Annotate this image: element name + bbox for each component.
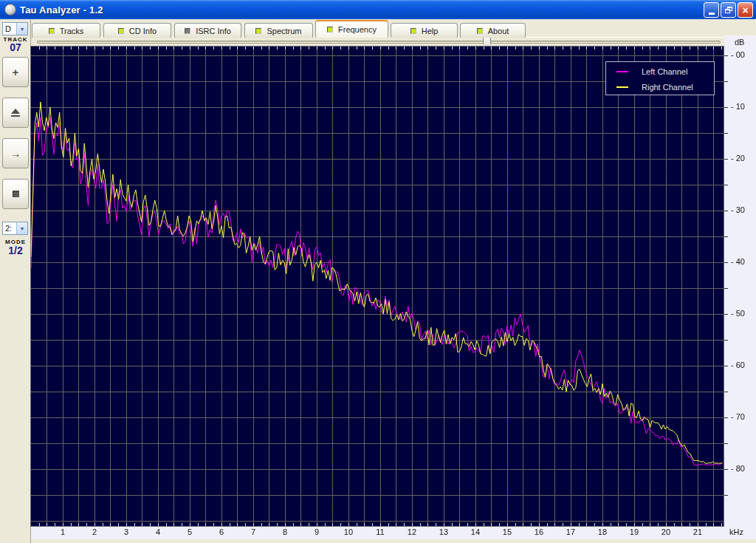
tab-cd-info[interactable]: CD Info [103, 23, 171, 38]
title-bar[interactable]: Tau Analyzer - 1.2 × [0, 0, 756, 19]
mode-select[interactable]: 2: ▼ [2, 222, 28, 235]
tab-about[interactable]: About [460, 23, 526, 38]
tab-help[interactable]: Help [391, 23, 458, 38]
frequency-chart: Left Channel Right Channel [31, 47, 724, 526]
plus-icon: + [13, 66, 19, 78]
chevron-down-icon[interactable]: ▼ [16, 222, 27, 234]
restore-icon [725, 7, 732, 13]
chevron-down-icon[interactable]: ▼ [16, 23, 27, 35]
right-channel-swatch [616, 86, 628, 88]
panel-icon [410, 28, 416, 34]
tab-tracks[interactable]: Tracks [32, 23, 100, 38]
legend-item-left: Left Channel [616, 66, 714, 78]
left-channel-swatch [616, 71, 628, 72]
panel-icon [49, 28, 55, 34]
app-icon [4, 4, 16, 16]
mode-value: 1/2 [0, 245, 31, 256]
drive-select[interactable]: D ▼ [2, 22, 28, 35]
minimize-icon [709, 13, 715, 15]
close-button[interactable]: × [738, 2, 753, 18]
plus-button[interactable]: + [2, 57, 29, 87]
y-axis-strip [724, 35, 756, 539]
window-title: Tau Analyzer - 1.2 [20, 4, 103, 16]
tab-spectrum[interactable]: Spectrum [244, 23, 313, 38]
spectrum-canvas [31, 47, 724, 526]
app-window: Tau Analyzer - 1.2 × Tracks CD Info ISRC… [0, 0, 756, 543]
drive-select-value: D [3, 23, 16, 35]
panel-icon [118, 28, 124, 34]
eject-button[interactable] [2, 98, 29, 128]
panel-icon [327, 27, 333, 33]
position-slider-track[interactable] [37, 41, 721, 44]
arrow-right-icon: → [10, 148, 21, 159]
sidebar: D ▼ TRACK 07 + → 2: ▼ MODE 1/2 [0, 20, 31, 543]
mode-select-value: 2: [3, 222, 16, 234]
stop-button[interactable] [2, 179, 29, 209]
legend: Left Channel Right Channel [605, 61, 715, 95]
minimize-button[interactable] [704, 2, 719, 18]
tab-frequency[interactable]: Frequency [315, 20, 388, 38]
stop-icon [13, 191, 19, 197]
panel-icon [185, 28, 190, 34]
x-axis-strip [31, 527, 756, 539]
legend-item-right: Right Channel [616, 81, 714, 93]
arrow-right-button[interactable]: → [2, 138, 29, 168]
restore-button[interactable] [721, 2, 736, 18]
track-number: 07 [0, 41, 31, 53]
panel-icon [477, 28, 483, 34]
close-icon: × [742, 4, 748, 16]
panel-icon [255, 28, 261, 34]
eject-icon [11, 109, 20, 117]
tab-isrc-info[interactable]: ISRC Info [174, 23, 241, 38]
